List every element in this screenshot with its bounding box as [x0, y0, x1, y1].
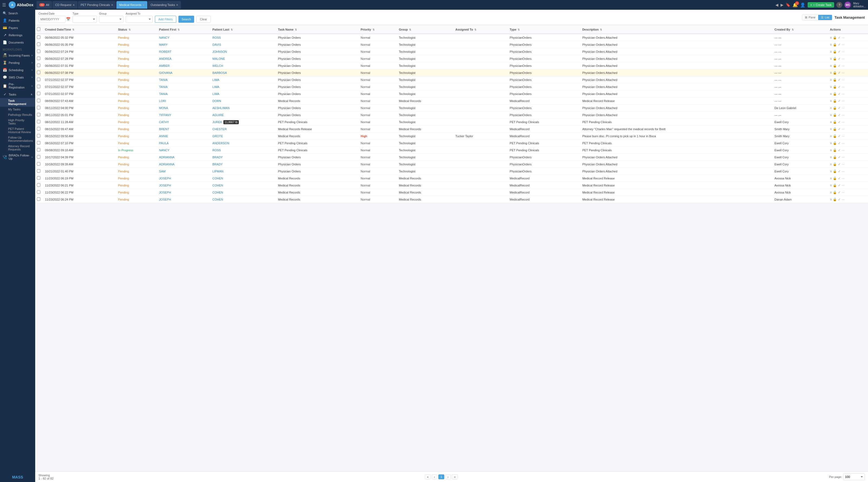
lock-action-icon[interactable]: 🔒 — [833, 71, 837, 75]
sidebar-item-scheduling[interactable]: 📅 Scheduling › — [0, 66, 35, 74]
sidebar-sub-high-priority-tasks[interactable]: High Priority Tasks — [0, 118, 35, 126]
check-action-icon[interactable]: ✓ — [838, 106, 841, 110]
row-checkbox[interactable] — [37, 106, 40, 109]
list-action-icon[interactable]: ≡ — [830, 148, 832, 152]
more-action-icon[interactable]: ··· — [842, 99, 844, 103]
sidebar-item-referrings[interactable]: ↗ Referrings — [0, 31, 35, 39]
check-action-icon[interactable]: ✓ — [838, 169, 841, 173]
more-action-icon[interactable]: ··· — [842, 191, 844, 194]
check-action-icon[interactable]: ✓ — [838, 155, 841, 159]
user-circle-icon-wrap[interactable]: 👤 — [800, 2, 805, 7]
row-checkbox[interactable] — [37, 127, 40, 130]
list-action-icon[interactable]: ≡ — [830, 176, 832, 180]
list-action-icon[interactable]: ≡ — [830, 78, 832, 82]
add-filters-button[interactable]: Add Filters — [155, 16, 176, 23]
check-action-icon[interactable]: ✓ — [838, 162, 841, 166]
list-action-icon[interactable]: ≡ — [830, 127, 832, 131]
patient-last-link[interactable]: COHEN — [213, 191, 223, 194]
lock-action-icon[interactable]: 🔒 — [833, 134, 837, 138]
assigned-to-select[interactable] — [126, 16, 153, 23]
list-action-icon[interactable]: ≡ — [830, 184, 832, 187]
arrow-right-icon-wrap[interactable]: ▶ — [780, 3, 783, 7]
next-page-button[interactable]: › — [445, 475, 451, 479]
lock-action-icon[interactable]: 🔒 — [833, 141, 837, 145]
more-action-icon[interactable]: ··· — [842, 169, 844, 173]
list-action-icon[interactable]: ≡ — [830, 155, 832, 159]
tab-all[interactable]: 82 All — [36, 1, 52, 9]
sidebar-item-incoming-faxes[interactable]: 📠 Incoming Faxes › — [0, 52, 35, 59]
list-action-icon[interactable]: ≡ — [830, 64, 832, 68]
check-action-icon[interactable]: ✓ — [838, 134, 841, 138]
lock-action-icon[interactable]: 🔒 — [833, 92, 837, 96]
check-action-icon[interactable]: ✓ — [838, 113, 841, 117]
patient-first-link[interactable]: ANNIE — [159, 134, 168, 138]
more-action-icon[interactable]: ··· — [842, 50, 844, 54]
list-action-icon[interactable]: ≡ — [830, 85, 832, 89]
bookmark-icon-wrap[interactable]: 🔖 — [786, 3, 790, 7]
tab-pet-pending[interactable]: PET Pending Clinicals ✕ — [78, 1, 116, 9]
check-action-icon[interactable]: ✓ — [838, 85, 841, 89]
bell-icon-wrap[interactable]: 🔔 1 — [793, 2, 798, 7]
patient-first-link[interactable]: ANDREA — [159, 57, 172, 60]
row-checkbox[interactable] — [37, 78, 40, 81]
patient-last-link[interactable]: COHEN — [213, 177, 223, 180]
more-action-icon[interactable]: ··· — [842, 85, 844, 89]
prev-page-button[interactable]: ‹ — [432, 475, 437, 479]
lock-action-icon[interactable]: 🔒 — [833, 43, 837, 46]
sidebar-item-patients[interactable]: 👤 Patients — [0, 17, 35, 24]
type-select[interactable] — [72, 16, 97, 23]
more-action-icon[interactable]: ··· — [842, 92, 844, 96]
col-group[interactable]: Group ⇅ — [397, 25, 454, 34]
more-action-icon[interactable]: ··· — [842, 57, 844, 61]
patient-first-link[interactable]: BRENT — [159, 127, 169, 131]
sidebar-search[interactable]: 🔍 Search — [0, 10, 35, 17]
list-action-icon[interactable]: ≡ — [830, 198, 832, 201]
sidebar-item-documents[interactable]: 📄 Documents — [0, 39, 35, 46]
patient-last-link[interactable]: BRADY — [213, 156, 223, 159]
lock-action-icon[interactable]: 🔒 — [833, 176, 837, 180]
lock-action-icon[interactable]: 🔒 — [833, 120, 837, 124]
more-action-icon[interactable]: ··· — [842, 120, 844, 124]
patient-last-link[interactable]: MALONE — [213, 57, 225, 60]
row-checkbox[interactable] — [37, 176, 40, 180]
patient-last-link[interactable]: JUREK — [213, 121, 222, 124]
user-avatar[interactable]: MS — [844, 2, 851, 8]
list-action-icon[interactable]: ≡ — [830, 57, 832, 61]
row-checkbox[interactable] — [37, 64, 40, 67]
lock-action-icon[interactable]: 🔒 — [833, 64, 837, 68]
created-date-input[interactable] — [38, 16, 65, 23]
per-page-select[interactable]: 100 50 25 — [843, 473, 865, 480]
check-action-icon[interactable]: ✓ — [838, 57, 841, 61]
patient-first-link[interactable]: JOSEPH — [159, 191, 171, 194]
tab-cd-close[interactable]: ✕ — [72, 3, 75, 6]
patient-last-link[interactable]: LIMA — [213, 92, 220, 96]
sidebar-sub-pathology-results[interactable]: Pathology Results — [0, 112, 35, 118]
check-action-icon[interactable]: ✓ — [838, 191, 841, 194]
col-assigned-to[interactable]: Assigned To ⇅ — [454, 25, 508, 34]
lock-action-icon[interactable]: 🔒 — [833, 148, 837, 152]
patient-first-link[interactable]: TIFFANY — [159, 114, 172, 117]
patient-first-link[interactable]: LORI — [159, 99, 166, 103]
list-action-icon[interactable]: ≡ — [830, 134, 832, 138]
patient-last-link[interactable]: ROSS — [213, 36, 221, 39]
row-checkbox[interactable] — [37, 50, 40, 53]
col-created-by[interactable]: Created By ⇅ — [773, 25, 828, 34]
lock-action-icon[interactable]: 🔒 — [833, 198, 837, 201]
col-status[interactable]: Status ⇅ — [117, 25, 158, 34]
col-description[interactable]: Description ⇅ — [581, 25, 773, 34]
tab-pet-close[interactable]: ✕ — [111, 3, 113, 6]
patient-last-link[interactable]: LIMA — [213, 85, 220, 89]
more-action-icon[interactable]: ··· — [842, 162, 844, 166]
check-action-icon[interactable]: ✓ — [838, 50, 841, 54]
patient-first-link[interactable]: JOSEPH — [159, 184, 171, 187]
list-action-icon[interactable]: ≡ — [830, 191, 832, 194]
lock-action-icon[interactable]: 🔒 — [833, 99, 837, 103]
sidebar-sub-follow-up[interactable]: Follow-Up Recommendations — [0, 135, 35, 143]
last-page-button[interactable]: » — [452, 475, 458, 479]
list-action-icon[interactable]: ≡ — [830, 71, 832, 75]
first-page-button[interactable]: « — [425, 475, 431, 479]
more-action-icon[interactable]: ··· — [842, 64, 844, 68]
col-created-datetime[interactable]: Created Date/Time ⇅ — [43, 25, 117, 34]
check-action-icon[interactable]: ✓ — [838, 92, 841, 96]
patient-last-link[interactable]: ANDERSON — [213, 141, 229, 145]
